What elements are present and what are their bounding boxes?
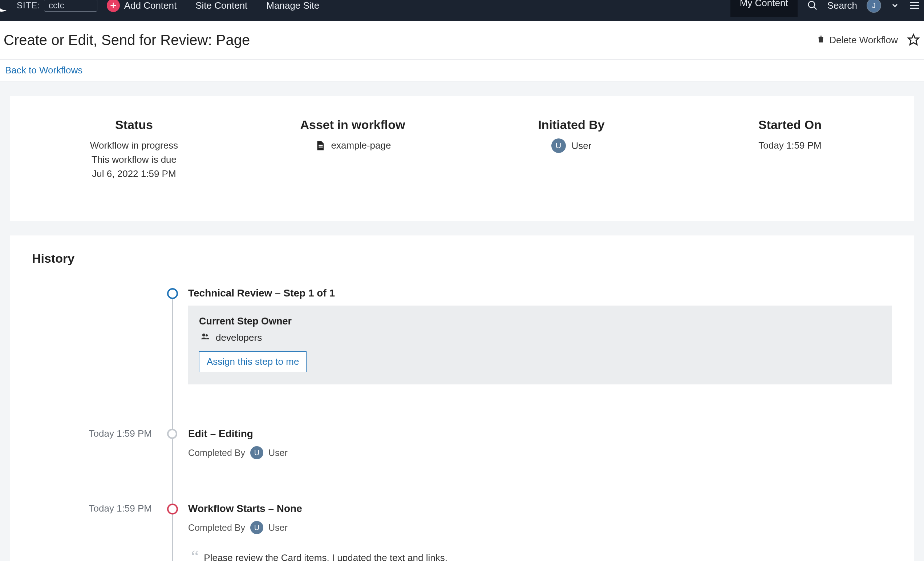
quote-icon: “ (191, 552, 199, 561)
add-content-button[interactable]: + Add Content (107, 0, 177, 12)
status-line-2: This workflow is due (25, 153, 243, 167)
comment-text: Please review the Card items. I updated … (191, 552, 892, 561)
header-actions: Delete Workflow (816, 33, 920, 47)
hamburger-icon[interactable] (909, 0, 920, 11)
topbar: SITE: cctc + Add Content Site Content Ma… (0, 0, 924, 21)
initiated-heading: Initiated By (462, 118, 681, 132)
topbar-right: My Content Search J (730, 0, 920, 17)
step3-avatar: U (250, 521, 263, 534)
step2-time: Today 1:59 PM (89, 428, 166, 439)
svg-line-1 (814, 7, 816, 10)
owner-name[interactable]: developers (216, 332, 262, 343)
timeline: Technical Review – Step 1 of 1 Current S… (166, 287, 892, 561)
delete-workflow-label: Delete Workflow (829, 35, 898, 46)
step3-time: Today 1:59 PM (89, 503, 166, 514)
initiated-user[interactable]: User (572, 139, 592, 153)
svg-rect-6 (318, 144, 322, 146)
svg-point-8 (202, 334, 205, 337)
delete-workflow-button[interactable]: Delete Workflow (816, 33, 898, 47)
summary-asset: Asset in workflow example-page (243, 118, 462, 181)
owner-heading: Current Step Owner (199, 316, 881, 327)
svg-point-0 (808, 2, 814, 8)
star-icon[interactable] (907, 33, 920, 47)
started-heading: Started On (681, 118, 899, 132)
status-line-1: Workflow in progress (25, 138, 243, 153)
step2-title: Edit – Editing (188, 428, 892, 440)
timeline-marker-active (167, 288, 178, 299)
breadcrumb-row: Back to Workflows (0, 59, 924, 81)
topbar-left: SITE: cctc + Add Content Site Content Ma… (0, 6, 319, 12)
current-step-owner-box: Current Step Owner developers Assign thi… (188, 305, 892, 384)
summary-card: Status Workflow in progress This workflo… (10, 96, 914, 221)
search-icon[interactable] (807, 0, 818, 11)
group-icon (199, 332, 211, 343)
tab-my-content[interactable]: My Content (730, 0, 798, 17)
initiated-avatar: U (551, 138, 566, 153)
plus-icon: + (107, 0, 120, 12)
history-card: History Technical Review – Step 1 of 1 C… (10, 235, 914, 561)
page-icon (315, 140, 326, 152)
add-content-label: Add Content (124, 0, 177, 11)
started-value: Today 1:59 PM (681, 138, 899, 153)
history-heading: History (32, 251, 892, 266)
timeline-step-edit: Today 1:59 PM Edit – Editing Completed B… (166, 428, 892, 459)
svg-rect-7 (318, 146, 322, 147)
svg-point-9 (206, 334, 208, 337)
summary-initiated-by: Initiated By U User (462, 118, 681, 181)
step3-user[interactable]: User (268, 522, 288, 533)
site-select-value[interactable]: cctc (44, 0, 98, 12)
timeline-marker (167, 429, 177, 439)
status-heading: Status (25, 118, 243, 132)
asset-heading: Asset in workflow (243, 118, 462, 132)
site-selector[interactable]: SITE: cctc (17, 0, 98, 12)
step2-user[interactable]: User (268, 448, 288, 458)
step3-completed-label: Completed By (188, 522, 245, 533)
step2-avatar: U (250, 446, 263, 459)
workflow-comment: “ Please review the Card items. I update… (191, 552, 892, 561)
logo-icon[interactable] (0, 0, 10, 12)
page-title: Create or Edit, Send for Review: Page (4, 32, 250, 48)
page-header: Create or Edit, Send for Review: Page De… (0, 21, 924, 59)
back-to-workflows-link[interactable]: Back to Workflows (5, 65, 82, 75)
asset-name[interactable]: example-page (331, 138, 391, 153)
nav-site-content[interactable]: Site Content (195, 0, 248, 11)
step3-title: Workflow Starts – None (188, 503, 892, 514)
timeline-step-current: Technical Review – Step 1 of 1 Current S… (166, 287, 892, 384)
timeline-marker-start (167, 504, 178, 514)
status-line-3: Jul 6, 2022 1:59 PM (25, 167, 243, 181)
chevron-down-icon[interactable] (891, 1, 899, 10)
svg-marker-5 (908, 34, 918, 44)
search-label[interactable]: Search (827, 0, 857, 11)
site-label: SITE: (17, 0, 40, 11)
user-avatar[interactable]: J (867, 0, 881, 13)
assign-step-button[interactable]: Assign this step to me (199, 351, 306, 372)
trash-icon (816, 33, 826, 47)
nav-manage-site[interactable]: Manage Site (266, 0, 319, 11)
summary-status: Status Workflow in progress This workflo… (25, 118, 243, 181)
step1-title: Technical Review – Step 1 of 1 (188, 287, 892, 299)
step2-completed-label: Completed By (188, 448, 245, 458)
summary-started-on: Started On Today 1:59 PM (681, 118, 899, 181)
timeline-step-start: Today 1:59 PM Workflow Starts – None Com… (166, 503, 892, 561)
